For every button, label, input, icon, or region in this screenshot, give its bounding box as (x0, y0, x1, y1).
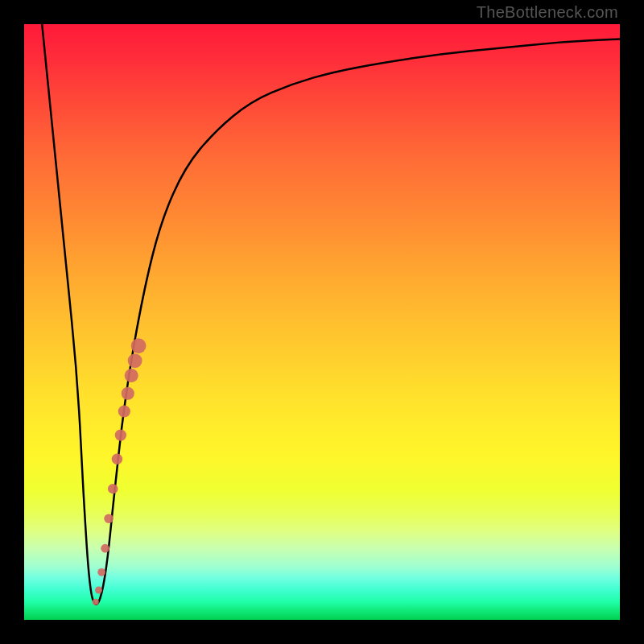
svg-point-8 (118, 405, 130, 417)
chart-frame: TheBottleneck.com (0, 0, 644, 644)
svg-point-7 (115, 429, 126, 440)
svg-point-1 (95, 587, 102, 594)
bottleneck-curve (42, 24, 620, 605)
plot-area (24, 24, 620, 620)
svg-point-11 (128, 353, 142, 368)
dot-segment (93, 338, 147, 605)
svg-point-12 (131, 338, 147, 353)
svg-point-10 (125, 369, 138, 382)
watermark-text: TheBottleneck.com (477, 3, 618, 22)
svg-point-9 (122, 387, 134, 400)
svg-point-5 (108, 484, 118, 494)
svg-point-3 (101, 544, 109, 553)
svg-point-0 (93, 599, 99, 605)
svg-point-6 (112, 454, 122, 464)
curve-layer (24, 24, 620, 620)
svg-point-4 (104, 514, 114, 523)
svg-point-2 (97, 568, 105, 576)
